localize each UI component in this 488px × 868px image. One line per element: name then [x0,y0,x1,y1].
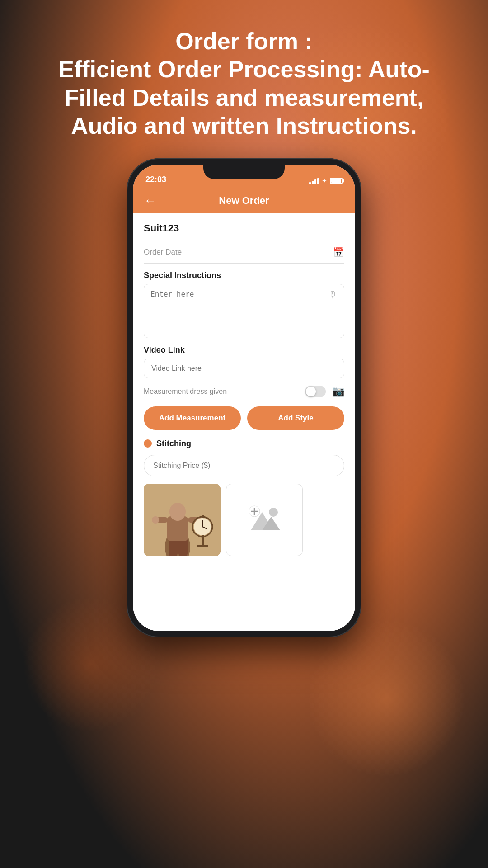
image-gallery [144,484,344,556]
dress-image [144,484,221,556]
special-instructions-label: Special Instructions [144,271,344,280]
order-date-field[interactable]: Order Date 📅 [144,241,344,264]
order-date-label: Order Date [144,248,182,257]
nav-bar: ← New Order [133,188,355,213]
svg-point-18 [269,508,278,517]
status-time: 22:03 [145,175,166,184]
mic-icon[interactable]: 🎙 [328,290,338,300]
status-icons: ✦ [309,177,343,184]
nav-title: New Order [219,195,269,207]
sparkle-icon: ✦ [322,177,327,184]
stitching-dot [144,439,152,448]
form-content: Suit123 Order Date 📅 Special Instruction… [133,213,355,631]
toggle-thumb [306,387,316,396]
signal-icon [309,177,319,184]
svg-point-8 [152,516,159,524]
battery-icon [330,178,343,184]
phone-mockup: 22:03 ✦ [127,158,361,637]
calendar-icon: 📅 [333,247,344,258]
camera-icon[interactable]: 📷 [332,386,344,397]
phone-notch [203,165,285,179]
heading-line3: Audio and written Instructions. [71,113,417,139]
special-instructions-input[interactable] [150,290,338,330]
measurement-toggle-row: Measurement dress given 📷 [144,386,344,397]
stitching-row: Stitching [144,439,344,448]
svg-rect-11 [197,545,208,547]
heading-line1: Order form : [175,28,312,54]
special-instructions-wrapper: 🎙 [144,284,344,338]
video-link-wrapper [144,359,344,378]
action-buttons-row: Add Measurement Add Style [144,406,344,430]
video-link-input[interactable] [151,364,337,373]
order-id: Suit123 [144,222,344,234]
svg-point-5 [169,503,186,521]
heading-line2: Efficient Order Processing: Auto-Filled … [58,56,430,110]
back-button[interactable]: ← [144,193,156,208]
add-style-button[interactable]: Add Style [247,406,344,430]
measurement-toggle[interactable] [305,386,326,397]
measurement-toggle-label: Measurement dress given [144,387,227,396]
stitching-price-input[interactable] [153,462,335,470]
add-measurement-button[interactable]: Add Measurement [144,406,241,430]
stitching-label: Stitching [156,439,191,448]
stitching-price-wrapper [144,455,344,476]
video-link-label: Video Link [144,345,344,355]
page-heading: Order form : Efficient Order Processing:… [0,27,488,140]
add-image-placeholder[interactable] [226,484,303,556]
